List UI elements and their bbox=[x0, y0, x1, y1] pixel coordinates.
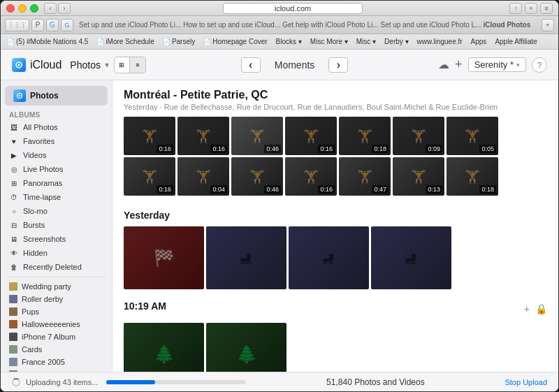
bookmark-misc[interactable]: Misc ▾ bbox=[354, 37, 378, 46]
albums-section-title: Albums bbox=[1, 110, 112, 120]
sidebar-item-videos[interactable]: ▶ Videos bbox=[1, 148, 112, 162]
bookmark-misc-more[interactable]: Misc More ▾ bbox=[308, 37, 350, 46]
app-name: iCloud bbox=[30, 59, 61, 71]
pinterest-button[interactable]: P bbox=[31, 19, 44, 31]
sidebar-item-iphone7[interactable]: iPhone 7 Album bbox=[1, 331, 112, 343]
section-label[interactable]: Photos bbox=[70, 59, 101, 71]
photo-thumb[interactable]: 🌲 0:27 bbox=[124, 323, 204, 372]
stop-upload-button[interactable]: Stop Upload bbox=[504, 378, 547, 386]
toolbar-link-1[interactable]: Set up and use iCloud Photo Li... bbox=[79, 21, 181, 29]
sidebar-item-all-photos[interactable]: 🖼 All Photos bbox=[1, 120, 112, 134]
sidebar-item-screenshots[interactable]: 🖥 Screenshots bbox=[1, 232, 112, 246]
sidebar-item-panoramas[interactable]: ⊞ Panoramas bbox=[1, 176, 112, 190]
photo-thumb[interactable]: 🌲 0:27 bbox=[206, 323, 286, 372]
minimize-button[interactable] bbox=[18, 4, 27, 13]
toolbar-link-4[interactable]: Set up and use iCloud Photo L... bbox=[381, 21, 481, 29]
photos-nav-button[interactable]: Photos bbox=[5, 86, 108, 106]
status-bar: Uploading 43 items... 51,840 Photos and … bbox=[1, 372, 558, 391]
new-tab-button[interactable]: + bbox=[542, 19, 554, 31]
photo-thumb[interactable]: ⛸ bbox=[206, 226, 286, 289]
photo-thumb[interactable]: 🏋 0:46 bbox=[231, 117, 283, 155]
add-button[interactable]: + bbox=[455, 57, 463, 72]
sidebar-album-list: 🖼 All Photos ♥ Favorites ▶ Videos ◎ Live… bbox=[1, 120, 112, 372]
photo-thumb[interactable]: 🏋 0:47 bbox=[339, 157, 391, 196]
album-icon bbox=[9, 307, 17, 316]
lock-button[interactable]: 🔒 bbox=[535, 303, 547, 314]
view-list-button[interactable]: ≡ bbox=[130, 57, 145, 73]
yesterday-photo-grid: 🏁 ⛸ ⛸ ⛸ bbox=[124, 226, 547, 289]
photo-thumb[interactable]: ⛸ bbox=[289, 226, 369, 289]
bookmark-imore[interactable]: 📄iMore Schedule bbox=[94, 37, 156, 46]
sidebar-item-timelapse[interactable]: ⏱ Time-lapse bbox=[1, 190, 112, 204]
google-g-button[interactable]: G bbox=[46, 19, 59, 31]
photo-thumb[interactable]: 🏋 0:13 bbox=[393, 157, 444, 196]
toolbar-link-3[interactable]: Get help with iCloud Photo Li... bbox=[282, 21, 378, 29]
user-name-button[interactable]: Serenity * ▾ bbox=[468, 57, 526, 72]
close-button[interactable] bbox=[6, 4, 15, 13]
photo-thumb[interactable]: 🏋 0:16 bbox=[124, 157, 175, 196]
photo-thumb[interactable]: 🏋 0:46 bbox=[231, 157, 283, 196]
sidebar-item-label: Wedding party bbox=[22, 282, 71, 291]
sidebar-item-roller-derby[interactable]: Roller derby bbox=[1, 293, 112, 305]
forward-button[interactable]: › bbox=[58, 3, 71, 14]
bookmark-apps[interactable]: Apps bbox=[469, 37, 489, 46]
help-button[interactable]: ? bbox=[532, 57, 547, 73]
app-window: ‹ › icloud.com ↑ + ≡ ⋮⋮⋮ P G G Set up an… bbox=[0, 0, 559, 392]
sidebar-item-halloweeeeenies[interactable]: Halloweeeeenies bbox=[1, 318, 112, 331]
bookmark-parsely[interactable]: 📄Parsely bbox=[161, 37, 197, 46]
screenshots-icon: 🖥 bbox=[9, 234, 19, 244]
sidebar-item-bursts[interactable]: ⊟ Bursts bbox=[1, 218, 112, 232]
sidebar-item-wedding-party[interactable]: Wedding party bbox=[1, 280, 112, 293]
photo-thumb[interactable]: 🏋 0:16 bbox=[124, 117, 175, 155]
bookmark-mobile-nations[interactable]: 📄(5) #Mobile Nations 4.5 bbox=[5, 37, 90, 46]
photo-thumb[interactable]: 🏋 0:16 bbox=[285, 117, 337, 155]
video-duration: 0:13 bbox=[426, 185, 442, 194]
bookmark-linguee[interactable]: www.linguee.fr bbox=[415, 37, 465, 46]
toolbar-link-2[interactable]: How to set up and use iCloud... bbox=[183, 21, 280, 29]
photo-thumb[interactable]: 🏋 0:16 bbox=[177, 117, 229, 155]
photo-thumb[interactable]: 🏁 bbox=[124, 226, 204, 289]
photo-thumb[interactable]: 🏋 0:18 bbox=[447, 157, 498, 196]
apps-grid-button[interactable]: ⋮⋮⋮ bbox=[5, 19, 29, 31]
photo-thumb[interactable]: 🏋 0:16 bbox=[285, 157, 337, 196]
bookmark-affiliate[interactable]: Apple Affiliate bbox=[493, 37, 539, 46]
sidebar-item-label: Bursts bbox=[23, 221, 45, 229]
add-to-album-button[interactable]: + bbox=[524, 303, 530, 314]
photo-thumb[interactable]: 🏋 0:04 bbox=[177, 157, 229, 196]
sidebar-item-favorites[interactable]: ♥ Favorites bbox=[1, 134, 112, 148]
browser-nav-buttons: ‹ › bbox=[44, 3, 71, 14]
bookmark-derby[interactable]: Derby ▾ bbox=[382, 37, 410, 46]
bookmark-homepage[interactable]: 📄Homepage Cover bbox=[201, 37, 269, 46]
header-center: ‹ Moments › bbox=[151, 57, 438, 73]
upload-button[interactable]: ☁ bbox=[438, 58, 449, 71]
sidebar-item-recently-deleted[interactable]: 🗑 Recently Deleted bbox=[1, 260, 112, 274]
share-button[interactable]: ↑ bbox=[509, 3, 522, 14]
app-content: iCloud Photos ▾ ⊞ ≡ ‹ Moments › ☁ + bbox=[1, 50, 558, 391]
view-grid-button[interactable]: ⊞ bbox=[115, 57, 130, 73]
next-moment-button[interactable]: › bbox=[328, 57, 348, 73]
photo-thumb[interactable]: 🏋 0:05 bbox=[447, 117, 498, 155]
maximize-button[interactable] bbox=[30, 4, 38, 13]
sidebar-item-hidden[interactable]: 👁 Hidden bbox=[1, 246, 112, 260]
bookmark-button[interactable]: + bbox=[525, 3, 537, 14]
user-name-label: Serenity * bbox=[474, 59, 514, 70]
toolbar-link-5[interactable]: iCloud Photos bbox=[484, 21, 531, 29]
url-display[interactable]: icloud.com bbox=[223, 3, 363, 14]
prev-moment-button[interactable]: ‹ bbox=[241, 57, 261, 73]
upload-progress-bar bbox=[106, 380, 246, 384]
photo-thumb[interactable]: 🏋 0:09 bbox=[393, 117, 444, 155]
sidebar-item-label: Time-lapse bbox=[23, 193, 61, 201]
google-button[interactable]: G bbox=[61, 19, 73, 31]
photo-thumb[interactable]: 🏋 0:18 bbox=[339, 117, 391, 155]
bookmark-blocks[interactable]: Blocks ▾ bbox=[274, 37, 304, 46]
photo-thumb[interactable]: ⛸ bbox=[371, 226, 451, 289]
sidebar-item-pups[interactable]: Pups bbox=[1, 305, 112, 318]
recently-deleted-icon: 🗑 bbox=[9, 262, 19, 272]
header-right: ☁ + Serenity * ▾ ? bbox=[438, 57, 547, 73]
sidebar-item-france-2005[interactable]: France 2005 bbox=[1, 356, 112, 368]
sidebar-item-slo-mo[interactable]: ○ Slo-mo bbox=[1, 204, 112, 218]
sidebar-item-cards[interactable]: Cards bbox=[1, 343, 112, 356]
reader-button[interactable]: ≡ bbox=[540, 3, 553, 14]
sidebar-item-live-photos[interactable]: ◎ Live Photos bbox=[1, 162, 112, 176]
back-button[interactable]: ‹ bbox=[44, 3, 57, 14]
